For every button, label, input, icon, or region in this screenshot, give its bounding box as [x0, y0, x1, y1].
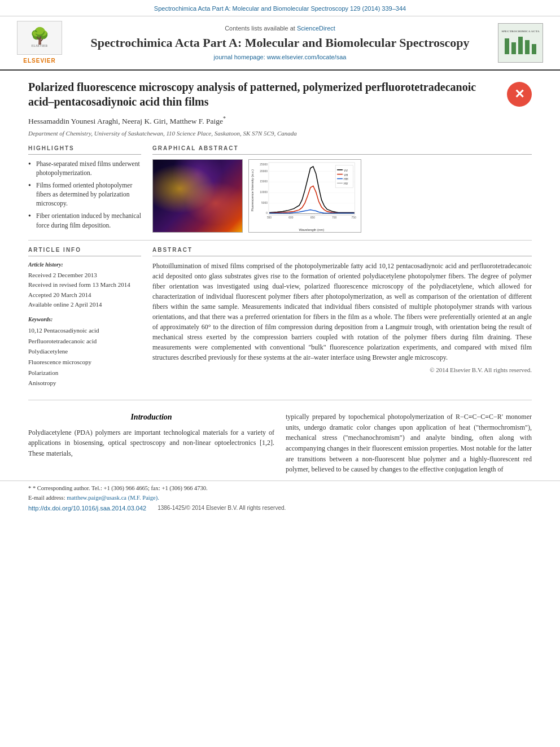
email-link[interactable]: matthew.paige@usask.ca (M.F. Paige).	[67, 495, 159, 501]
svg-text:Fluorescence Intensity (a.u.): Fluorescence Intensity (a.u.)	[251, 169, 254, 211]
intro-col-left: Introduction Polydiacetylene (PDA) polym…	[28, 412, 274, 475]
journal-logo-bars	[504, 36, 537, 56]
corresponding-author-mark: *	[223, 115, 226, 121]
svg-text:700: 700	[332, 216, 336, 219]
elsevier-logo-text: ELSEVIER	[32, 44, 47, 48]
footer-email-line: E-mail address: matthew.paige@usask.ca (…	[28, 494, 532, 503]
abstract-section: ABSTRACT Photoillumination of mixed film…	[152, 246, 532, 395]
intro-text-left: Polydiacetylene (PDA) polymers are impor…	[28, 427, 274, 459]
info-abstract-section: ARTICLE INFO Article history: Received 2…	[28, 246, 532, 395]
crossmark-icon: ✕	[507, 82, 532, 107]
elsevier-label: ELSEVIER	[23, 57, 55, 65]
article-history: Article history: Received 2 December 201…	[28, 261, 141, 310]
keywords-list: 10,12 Pentacosadiynoic acid Perfluorotet…	[28, 325, 141, 388]
svg-text:550: 550	[267, 216, 272, 219]
highlights-section: HIGHLIGHTS Phase-separated mixed films u…	[28, 145, 141, 233]
divider-1	[28, 240, 532, 241]
article-title: Polarized fluorescence microscopy analys…	[28, 80, 501, 109]
divider-2	[28, 400, 532, 400]
authors-text: Hessamaddin Younesi Araghi, Neeraj K. Gi…	[28, 117, 223, 125]
main-content: Polarized fluorescence microscopy analys…	[0, 71, 560, 480]
graphical-abstract-content: Fluorescence Intensity (a.u.) Wavelength…	[152, 159, 532, 233]
introduction-section: Introduction Polydiacetylene (PDA) polym…	[28, 406, 532, 475]
journal-title: Spectrochimica Acta Part A: Molecular an…	[73, 35, 487, 51]
journal-logo-title: SPECTROCHIMICA ACTA	[501, 29, 539, 33]
svg-text:5000: 5000	[261, 202, 268, 204]
svg-text:650: 650	[310, 216, 315, 219]
sciencedirect-link[interactable]: ScienceDirect	[297, 25, 335, 32]
keyword-4: Fluorescence microscopy	[28, 357, 141, 368]
keywords-section: Keywords: 10,12 Pentacosadiynoic acid Pe…	[28, 316, 141, 388]
svg-text:Wavelength (nm): Wavelength (nm)	[299, 228, 324, 231]
svg-rect-1	[511, 42, 516, 54]
footnote-star: *	[28, 485, 31, 491]
svg-text:VV: VV	[344, 169, 348, 172]
intro-text-right: typically prepared by topochemical photo…	[286, 412, 532, 475]
history-title: Article history:	[28, 261, 141, 269]
keyword-6: Anisotropy	[28, 378, 141, 388]
graphical-abstract-label: GRAPHICAL ABSTRACT	[152, 145, 532, 155]
svg-rect-2	[518, 37, 523, 54]
intro-heading: Introduction	[28, 412, 274, 423]
svg-text:0: 0	[266, 212, 268, 215]
accepted-date: Accepted 20 March 2014	[28, 290, 141, 300]
footer-footnote: * * Corresponding author. Tel.: +1 (306)…	[28, 484, 532, 493]
journal-homepage: journal homepage: www.elsevier.com/locat…	[73, 53, 487, 62]
highlight-item-2: Films formed oriented photopolymer fiber…	[28, 181, 141, 208]
abstract-label: ABSTRACT	[152, 246, 532, 256]
affiliation: Department of Chemistry, University of S…	[28, 129, 532, 138]
ga-microscopy-image	[152, 159, 243, 233]
highlight-item-1: Phase-separated mixed films underwent ph…	[28, 159, 141, 177]
elsevier-tree-icon: 🌳	[30, 28, 50, 44]
journal-header: 🌳 ELSEVIER ELSEVIER Contents lists avail…	[0, 16, 560, 71]
footer-issn: 1386-1425/© 2014 Elsevier B.V. All right…	[158, 504, 286, 513]
revised-date: Received in revised form 13 March 2014	[28, 280, 141, 290]
footer-links: http://dx.doi.org/10.1016/j.saa.2014.03.…	[28, 504, 532, 513]
article-info-label: ARTICLE INFO	[28, 246, 141, 256]
svg-rect-0	[505, 38, 509, 54]
doi-link[interactable]: http://dx.doi.org/10.1016/j.saa.2014.03.…	[28, 504, 146, 513]
journal-homepage-link[interactable]: journal homepage: www.elsevier.com/locat…	[214, 54, 347, 60]
svg-text:750: 750	[352, 216, 356, 219]
top-bar: Spectrochimica Acta Part A: Molecular an…	[0, 0, 560, 16]
highlights-list: Phase-separated mixed films underwent ph…	[28, 159, 141, 230]
svg-text:10000: 10000	[260, 191, 268, 194]
email-label: E-mail address:	[28, 495, 65, 501]
abstract-copyright: © 2014 Elsevier B.V. All rights reserved…	[152, 366, 532, 374]
svg-text:HH: HH	[344, 177, 348, 181]
svg-rect-3	[525, 40, 530, 54]
elsevier-logo-container: 🌳 ELSEVIER ELSEVIER	[11, 21, 68, 65]
keyword-1: 10,12 Pentacosadiynoic acid	[28, 325, 141, 336]
elsevier-logo: 🌳 ELSEVIER ELSEVIER	[11, 21, 68, 65]
svg-text:15000: 15000	[260, 180, 268, 183]
svg-text:20000: 20000	[260, 170, 268, 173]
abstract-text: Photoillumination of mixed films compris…	[152, 261, 532, 362]
page-footer: * * Corresponding author. Tel.: +1 (306)…	[0, 480, 560, 517]
elsevier-logo-box: 🌳 ELSEVIER	[17, 21, 62, 55]
highlights-label: HIGHLIGHTS	[28, 145, 141, 155]
article-title-container: Polarized fluorescence microscopy analys…	[28, 80, 532, 109]
journal-logo-box: SPECTROCHIMICA ACTA	[498, 23, 543, 63]
intro-col-right: typically prepared by topochemical photo…	[286, 412, 532, 475]
journal-reference[interactable]: Spectrochimica Acta Part A: Molecular an…	[154, 5, 406, 12]
available-date: Available online 2 April 2014	[28, 300, 141, 310]
keyword-2: Perfluorotetradecanoic acid	[28, 336, 141, 347]
highlight-item-3: Fiber orientation induced by mechanical …	[28, 211, 141, 229]
sciencedirect-line: Contents lists available at ScienceDirec…	[73, 24, 487, 33]
ga-chart: Fluorescence Intensity (a.u.) Wavelength…	[248, 159, 361, 233]
journal-logo-right: SPECTROCHIMICA ACTA	[492, 23, 549, 63]
graphical-abstract-section: GRAPHICAL ABSTRACT Fluorescence Intensit…	[152, 145, 532, 233]
received-date: Received 2 December 2013	[28, 270, 141, 281]
svg-text:HV: HV	[344, 182, 348, 185]
svg-text:25000: 25000	[260, 163, 268, 166]
ga-chart-svg: Fluorescence Intensity (a.u.) Wavelength…	[249, 160, 361, 232]
journal-header-center: Contents lists available at ScienceDirec…	[68, 24, 492, 62]
authors: Hessamaddin Younesi Araghi, Neeraj K. Gi…	[28, 115, 532, 126]
svg-rect-4	[532, 44, 536, 54]
keyword-3: Polydiacetylene	[28, 346, 141, 357]
keywords-title: Keywords:	[28, 316, 141, 324]
history-content: Received 2 December 2013 Received in rev…	[28, 270, 141, 310]
highlights-abstract-section: HIGHLIGHTS Phase-separated mixed films u…	[28, 145, 532, 233]
keyword-5: Polarization	[28, 368, 141, 378]
svg-text:VH: VH	[344, 173, 348, 177]
